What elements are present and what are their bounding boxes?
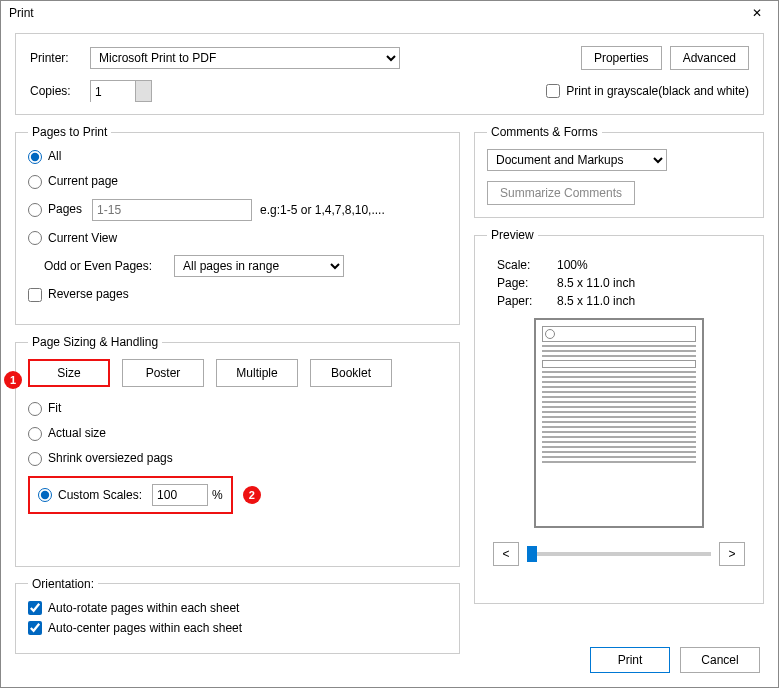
radio-all[interactable]: All <box>28 149 61 164</box>
reverse-checkbox[interactable] <box>28 288 42 302</box>
page-value: 8.5 x 11.0 inch <box>557 276 635 290</box>
chevron-right-icon: > <box>728 547 735 561</box>
document-preview <box>534 318 704 528</box>
copies-stepper[interactable] <box>90 80 152 102</box>
radio-shrink[interactable]: Shrink oversiezed pags <box>28 451 173 466</box>
close-icon: ✕ <box>752 6 762 20</box>
grayscale-checkbox-label[interactable]: Print in grayscale(black and white) <box>546 84 749 98</box>
radio-fit[interactable]: Fit <box>28 401 61 416</box>
auto-center-label[interactable]: Auto-center pages within each sheet <box>28 621 447 635</box>
advanced-button[interactable]: Advanced <box>670 46 749 70</box>
pages-hint: e.g:1-5 or 1,4,7,8,10,.... <box>260 203 385 217</box>
radio-custom[interactable]: Custom Scales: <box>38 488 142 502</box>
annotation-badge-1: 1 <box>4 371 22 389</box>
pages-to-print-legend: Pages to Print <box>28 125 111 139</box>
properties-button[interactable]: Properties <box>581 46 662 70</box>
chevron-left-icon: < <box>502 547 509 561</box>
copies-spinner[interactable] <box>135 81 151 101</box>
booklet-button[interactable]: Booklet <box>310 359 392 387</box>
cancel-button[interactable]: Cancel <box>680 647 760 673</box>
odd-even-label: Odd or Even Pages: <box>44 259 174 273</box>
custom-scale-highlight: Custom Scales: % <box>28 476 233 514</box>
copies-label: Copies: <box>30 84 90 98</box>
odd-even-select[interactable]: All pages in range <box>174 255 344 277</box>
auto-rotate-label[interactable]: Auto-rotate pages within each sheet <box>28 601 447 615</box>
scale-label: Scale: <box>497 258 557 272</box>
paper-label: Paper: <box>497 294 557 308</box>
comments-select[interactable]: Document and Markups <box>487 149 667 171</box>
sizing-group: Page Sizing & Handling 1 Size Poster Mul… <box>15 335 460 566</box>
orientation-legend: Orientation: <box>28 577 98 591</box>
scale-value: 100% <box>557 258 588 272</box>
preview-prev-button[interactable]: < <box>493 542 519 566</box>
close-button[interactable]: ✕ <box>742 3 772 23</box>
auto-rotate-checkbox[interactable] <box>28 601 42 615</box>
radio-pages[interactable]: Pages <box>28 202 82 217</box>
printer-panel: Printer: Microsoft Print to PDF Properti… <box>15 33 764 115</box>
paper-value: 8.5 x 11.0 inch <box>557 294 635 308</box>
printer-label: Printer: <box>30 51 90 65</box>
page-label: Page: <box>497 276 557 290</box>
comments-legend: Comments & Forms <box>487 125 602 139</box>
orientation-group: Orientation: Auto-rotate pages within ea… <box>15 577 460 654</box>
preview-group: Preview Scale:100% Page:8.5 x 11.0 inch … <box>474 228 764 604</box>
grayscale-checkbox[interactable] <box>546 84 560 98</box>
comments-group: Comments & Forms Document and Markups Su… <box>474 125 764 218</box>
pages-input[interactable] <box>92 199 252 221</box>
print-button[interactable]: Print <box>590 647 670 673</box>
printer-select[interactable]: Microsoft Print to PDF <box>90 47 400 69</box>
multiple-button[interactable]: Multiple <box>216 359 298 387</box>
titlebar: Print ✕ <box>1 1 778 25</box>
pages-to-print-group: Pages to Print All Current page Pages e.… <box>15 125 460 325</box>
size-button[interactable]: Size <box>28 359 110 387</box>
radio-current-view[interactable]: Current View <box>28 231 117 246</box>
copies-input[interactable] <box>91 81 135 103</box>
window-title: Print <box>9 6 742 20</box>
preview-slider[interactable] <box>527 552 711 556</box>
annotation-badge-2: 2 <box>243 486 261 504</box>
slider-thumb[interactable] <box>527 546 537 562</box>
sizing-legend: Page Sizing & Handling <box>28 335 162 349</box>
reverse-checkbox-label[interactable]: Reverse pages <box>28 287 129 302</box>
custom-scale-input[interactable] <box>152 484 208 506</box>
percent-label: % <box>212 488 223 502</box>
preview-next-button[interactable]: > <box>719 542 745 566</box>
radio-current-page[interactable]: Current page <box>28 174 118 189</box>
radio-actual[interactable]: Actual size <box>28 426 106 441</box>
preview-legend: Preview <box>487 228 538 242</box>
poster-button[interactable]: Poster <box>122 359 204 387</box>
auto-center-checkbox[interactable] <box>28 621 42 635</box>
summarize-button[interactable]: Summarize Comments <box>487 181 635 205</box>
